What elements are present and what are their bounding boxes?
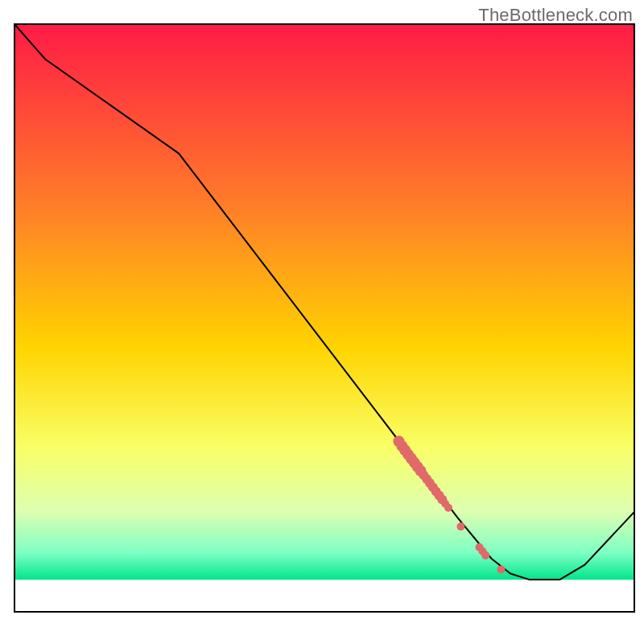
highlight-point — [497, 565, 506, 573]
highlight-point — [481, 551, 489, 559]
plot-background — [14, 24, 634, 612]
highlight-point — [456, 522, 464, 530]
highlight-point — [444, 504, 452, 512]
watermark-text: TheBottleneck.com — [478, 5, 633, 26]
chart-container: TheBottleneck.com — [0, 0, 644, 644]
bottleneck-chart — [0, 0, 644, 644]
